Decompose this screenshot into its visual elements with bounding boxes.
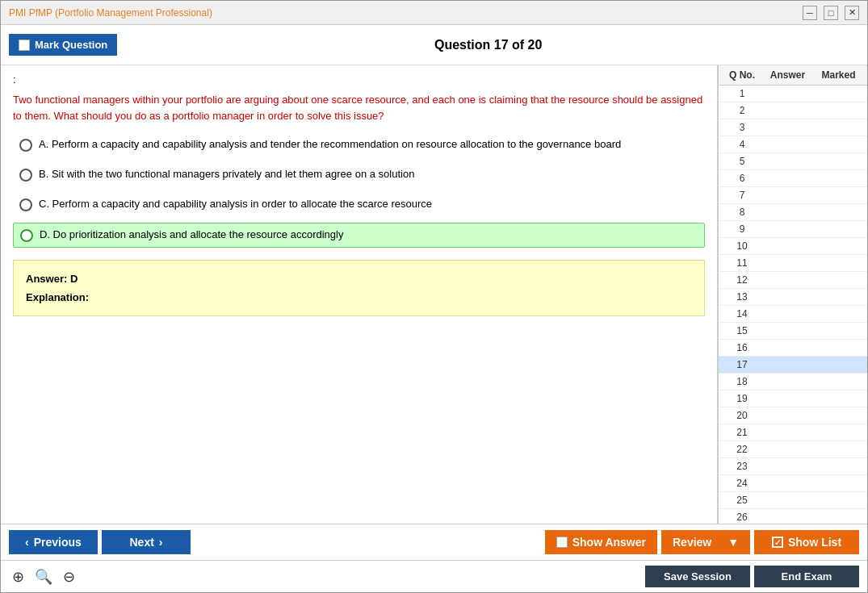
- sidebar-row[interactable]: 6: [719, 170, 867, 187]
- sidebar-row-marked: [813, 172, 864, 185]
- option-a-text: A. Perform a capacity and capability ana…: [39, 138, 621, 150]
- sidebar-row[interactable]: 3: [719, 119, 867, 136]
- sidebar-row-answer: [762, 511, 813, 524]
- option-b[interactable]: B. Sit with the two functional managers …: [13, 163, 705, 186]
- mark-checkbox-icon: [19, 40, 30, 51]
- sidebar-row-num: 15: [722, 324, 762, 337]
- sidebar-row[interactable]: 5: [719, 153, 867, 170]
- sidebar-row-num: 14: [722, 307, 762, 320]
- sidebar-row[interactable]: 17: [719, 357, 867, 374]
- sidebar-row[interactable]: 26: [719, 509, 867, 524]
- previous-label: Previous: [34, 536, 82, 549]
- sidebar-row-answer: [762, 494, 813, 507]
- sidebar-row-answer: [762, 223, 813, 236]
- zoom-in-button[interactable]: ⊕: [9, 566, 27, 587]
- sidebar-row[interactable]: 16: [719, 340, 867, 357]
- sidebar-row[interactable]: 21: [719, 424, 867, 441]
- sidebar-row-marked: [813, 443, 864, 456]
- option-c-radio: [19, 198, 32, 211]
- sidebar-row-num: 2: [722, 104, 762, 117]
- sidebar-row-marked: [813, 223, 864, 236]
- sidebar-row-marked: [813, 240, 864, 253]
- main-window: PMI PfMP (Portfolio Management Professio…: [0, 0, 868, 593]
- sidebar-rows: 1 2 3 4 5 6 7 8: [719, 86, 867, 524]
- next-button[interactable]: Next ›: [102, 530, 191, 554]
- sidebar-row[interactable]: 2: [719, 102, 867, 119]
- title-bar: PMI PfMP (Portfolio Management Professio…: [1, 1, 867, 25]
- show-list-button[interactable]: ✓ Show List: [754, 530, 859, 554]
- sidebar-row-answer: [762, 392, 813, 405]
- sidebar-row-marked: [813, 426, 864, 439]
- sidebar-row-num: 17: [722, 358, 762, 371]
- sidebar-row[interactable]: 24: [719, 475, 867, 492]
- sidebar-row[interactable]: 13: [719, 289, 867, 306]
- sidebar-row[interactable]: 18: [719, 374, 867, 390]
- sidebar-row-answer: [762, 375, 813, 388]
- sidebar-row-num: 16: [722, 341, 762, 354]
- sidebar-col-marked: Marked: [813, 69, 864, 81]
- mark-question-label: Mark Question: [35, 39, 107, 51]
- title-colored: PMI PfMP (Portfolio Management Professio…: [9, 7, 212, 19]
- sidebar-row[interactable]: 10: [719, 238, 867, 255]
- option-a[interactable]: A. Perform a capacity and capability ana…: [13, 133, 705, 157]
- previous-button[interactable]: ‹ Previous: [9, 530, 98, 554]
- review-button[interactable]: Review ▼: [661, 530, 750, 554]
- sidebar-row[interactable]: 4: [719, 136, 867, 153]
- sidebar-row[interactable]: 12: [719, 272, 867, 289]
- question-preamble: :: [13, 73, 705, 86]
- show-answer-button[interactable]: Show Answer: [545, 530, 657, 554]
- window-title: PMI PfMP (Portfolio Management Professio…: [9, 7, 212, 19]
- sidebar-row-num: 4: [722, 138, 762, 151]
- sidebar-row-num: 8: [722, 206, 762, 219]
- sidebar-row[interactable]: 9: [719, 221, 867, 238]
- question-title: Question 17 of 20: [117, 38, 859, 52]
- prev-arrow-icon: ‹: [25, 536, 29, 549]
- toolbar: Mark Question Question 17 of 20: [1, 25, 867, 65]
- zoom-out-button[interactable]: ⊖: [60, 566, 78, 587]
- sidebar-row-answer: [762, 290, 813, 303]
- zoom-controls: ⊕ 🔍 ⊖: [9, 566, 78, 587]
- sidebar-row[interactable]: 1: [719, 86, 867, 102]
- sidebar-row[interactable]: 22: [719, 441, 867, 458]
- mark-question-button[interactable]: Mark Question: [9, 34, 117, 56]
- question-panel: : Two functional managers within your po…: [1, 65, 718, 524]
- minimize-button[interactable]: ─: [803, 6, 817, 20]
- sidebar-row-answer: [762, 274, 813, 286]
- end-exam-button[interactable]: End Exam: [754, 566, 859, 587]
- sidebar-row[interactable]: 19: [719, 390, 867, 407]
- session-exam-buttons: Save Session End Exam: [645, 566, 859, 587]
- option-c[interactable]: C. Perform a capacity and capability ana…: [13, 193, 705, 216]
- sidebar-row-answer: [762, 460, 813, 473]
- explanation-text: Explanation:: [26, 291, 692, 303]
- sidebar-header: Q No. Answer Marked: [719, 65, 867, 86]
- show-list-label: Show List: [788, 536, 841, 549]
- sidebar-row-num: 12: [722, 274, 762, 286]
- sidebar-row[interactable]: 23: [719, 458, 867, 475]
- sidebar-row-marked: [813, 138, 864, 151]
- sidebar-row-marked: [813, 206, 864, 219]
- sidebar-row[interactable]: 11: [719, 255, 867, 272]
- sidebar-row-marked: [813, 307, 864, 320]
- next-arrow-icon: ›: [159, 536, 163, 549]
- sidebar-row[interactable]: 14: [719, 306, 867, 323]
- sidebar-row-answer: [762, 87, 813, 100]
- sidebar-row[interactable]: 8: [719, 204, 867, 221]
- answer-box: Answer: D Explanation:: [13, 260, 705, 316]
- sidebar-row[interactable]: 25: [719, 492, 867, 509]
- sidebar-row-answer: [762, 172, 813, 185]
- close-button[interactable]: ✕: [845, 6, 859, 20]
- maximize-button[interactable]: □: [824, 6, 838, 20]
- sidebar-row-num: 9: [722, 223, 762, 236]
- option-d[interactable]: D. Do prioritization analysis and alloca…: [13, 223, 705, 248]
- sidebar-row[interactable]: 15: [719, 323, 867, 340]
- save-session-button[interactable]: Save Session: [645, 566, 750, 587]
- sidebar-row-answer: [762, 341, 813, 354]
- show-list-check-icon: ✓: [772, 537, 783, 548]
- show-answer-label: Show Answer: [572, 536, 646, 549]
- show-answer-icon: [556, 537, 568, 548]
- sidebar-row[interactable]: 20: [719, 407, 867, 424]
- zoom-reset-button[interactable]: 🔍: [31, 566, 56, 587]
- question-body: Two functional managers within your port…: [13, 94, 702, 122]
- sidebar-row[interactable]: 7: [719, 187, 867, 204]
- options-list: A. Perform a capacity and capability ana…: [13, 133, 705, 248]
